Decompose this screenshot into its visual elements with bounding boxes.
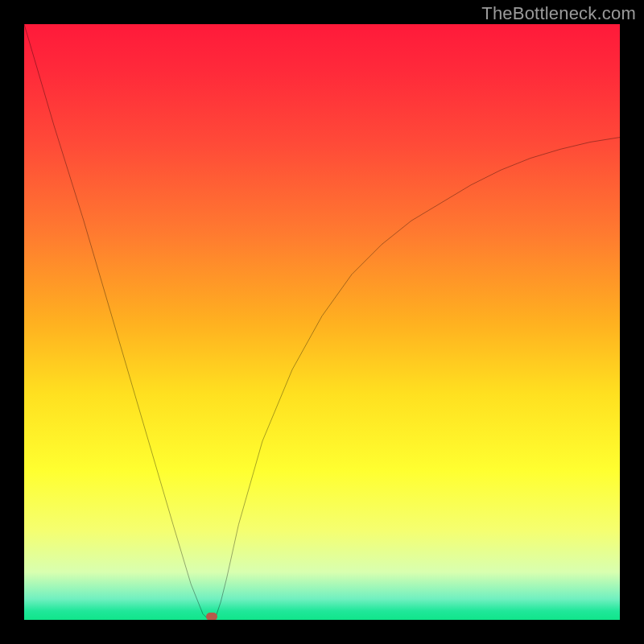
chart-frame: TheBottleneck.com [0,0,644,644]
minimum-marker [206,613,217,620]
bottleneck-curve [24,24,620,620]
plot-area [24,24,620,620]
watermark-text: TheBottleneck.com [481,3,636,24]
